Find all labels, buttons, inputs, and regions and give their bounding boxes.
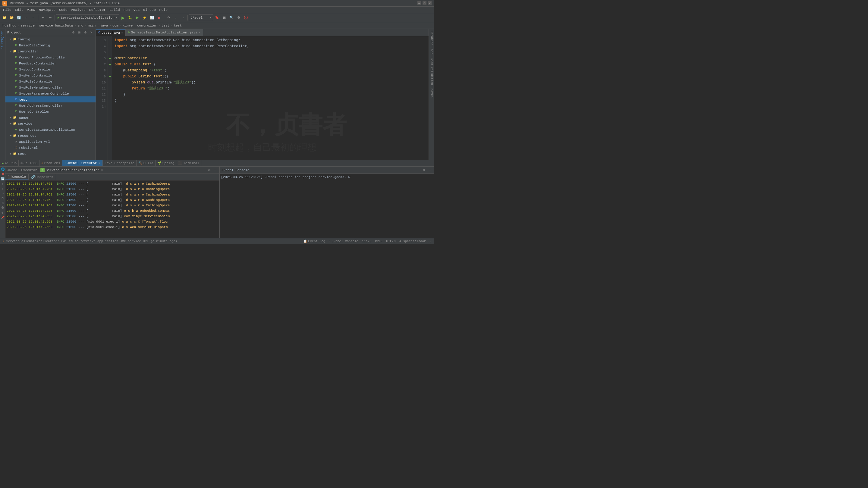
menu-run[interactable]: Run [122, 7, 132, 13]
menu-build[interactable]: Build [107, 7, 122, 13]
step-over-btn[interactable]: ↷ [165, 14, 172, 21]
tree-rebelxml[interactable]: ⟨⟩ rebel.xml [5, 144, 96, 151]
layout-btn[interactable]: ⊞ [221, 14, 227, 21]
tree-systemparam[interactable]: C SystemParameterControlle [5, 90, 96, 96]
tree-config[interactable]: ▼ 📁 config [5, 36, 96, 42]
menu-analyze[interactable]: Analyze [69, 7, 87, 13]
bean-validation-tab[interactable]: Bean Validation [429, 56, 434, 87]
tree-test-folder[interactable]: ▶ 📁 test [5, 151, 96, 157]
redo-btn[interactable]: ↪ [47, 14, 53, 21]
tree-applicationyml[interactable]: ⚙ application.yml [5, 138, 96, 144]
jrebel-close-btn[interactable]: ✕ [99, 161, 100, 165]
close-button[interactable]: ✕ [428, 1, 432, 5]
hotswap-btn[interactable]: ⚡ [141, 14, 148, 21]
trash-icon[interactable]: 🗑 [1, 206, 5, 210]
pin-icon[interactable]: 📌 [1, 216, 5, 220]
todo-tab[interactable]: ☑ 6: TODO [19, 160, 39, 166]
title-bar-controls[interactable]: ─ □ ✕ [417, 1, 432, 5]
spring-tab[interactable]: 🌱 Spring [156, 160, 177, 166]
database-tab[interactable]: Database [429, 29, 434, 47]
run-tab[interactable]: ▶ 4: Run [0, 160, 19, 166]
tree-test[interactable]: C test [5, 96, 96, 102]
menu-edit[interactable]: Edit [13, 7, 25, 13]
run-coverage-btn[interactable]: ▶ [134, 14, 141, 21]
up-icon[interactable]: ↑ [1, 182, 5, 186]
jrebel-executor-tab[interactable]: ⚡ JRebel Executor ✕ [62, 160, 103, 166]
tree-controller[interactable]: ▼ 📁 controller [5, 48, 96, 54]
bc-service-basicdata[interactable]: service-basicData [39, 24, 73, 27]
tree-mapper[interactable]: ▶ 📁 mapper [5, 115, 96, 121]
status-indent[interactable]: 4 spaces:indor... [399, 239, 432, 243]
menu-navigate[interactable]: Navigate [37, 7, 57, 13]
sync-btn[interactable]: 🔄 [16, 14, 22, 21]
tree-syslog[interactable]: C SysLogController [5, 66, 96, 72]
maven-tab[interactable]: Maven [429, 87, 434, 99]
new-project-btn[interactable]: 📁 [1, 14, 8, 21]
restart-icon[interactable]: 🔄 [1, 177, 5, 181]
terminal-tab[interactable]: ⬛ Terminal [176, 160, 201, 166]
bc-controller[interactable]: controller [137, 24, 157, 27]
tree-users[interactable]: C UsersController [5, 108, 96, 115]
filter-icon[interactable]: ⊟ [1, 196, 5, 200]
tab-serviceapp-close[interactable]: ✕ [198, 31, 200, 34]
forward-btn[interactable]: → [30, 14, 37, 21]
step-into-btn[interactable]: ↓ [173, 14, 179, 21]
bookmark-btn[interactable]: 🔖 [214, 14, 220, 21]
status-eventlog[interactable]: 📋 Event Log [303, 239, 325, 243]
print-icon[interactable]: 🖨 [1, 201, 5, 205]
status-charset[interactable]: UTF-8 [386, 239, 396, 243]
tree-service[interactable]: ▶ 📁 service [5, 121, 96, 127]
tree-useraddress[interactable]: C UserAddressController [5, 102, 96, 108]
bc-service[interactable]: service [21, 24, 35, 27]
bc-main[interactable]: main [88, 24, 96, 27]
wrap-icon[interactable]: ↵ [1, 191, 5, 195]
run-button[interactable]: ▶ [120, 14, 126, 21]
tree-commonproblem[interactable]: C CommonProblemControlle [5, 54, 96, 60]
menu-help[interactable]: Help [158, 7, 170, 13]
run-green-icon[interactable]: ⏹ [1, 172, 5, 176]
no-index-btn[interactable]: 🚫 [243, 14, 249, 21]
console-inner-tab[interactable]: ⬛ Console [5, 174, 29, 180]
debug-button[interactable]: 🐛 [127, 14, 133, 21]
menu-vcs[interactable]: VCS [131, 7, 141, 13]
jrebel-app-close[interactable]: ✕ [101, 168, 103, 172]
settings2-icon[interactable]: ⚙ [1, 210, 5, 215]
problems-tab[interactable]: ⚠ Problems [39, 160, 62, 166]
step-out-btn[interactable]: ↑ [180, 14, 186, 21]
tree-serviceapp[interactable]: A ServiceBasicDataApplication [5, 127, 96, 133]
bc-java[interactable]: java [100, 24, 108, 27]
web-icon[interactable]: 🌐 [1, 167, 5, 171]
project-layout-btn[interactable]: ⊞ [77, 30, 82, 35]
prof-btn[interactable]: 📊 [149, 14, 155, 21]
jrebel-console-settings-btn[interactable]: ⚙ [421, 168, 426, 173]
down-icon[interactable]: ↓ [1, 187, 5, 191]
minimize-button[interactable]: ─ [417, 1, 421, 5]
menu-window[interactable]: Window [141, 7, 157, 13]
menu-code[interactable]: Code [57, 7, 69, 13]
project-gear-btn[interactable]: ⚙ [83, 30, 88, 35]
bc-huishou[interactable]: huiShou [2, 24, 16, 27]
maximize-button[interactable]: □ [423, 1, 427, 5]
endpoints-inner-tab[interactable]: 🔗 Endpoints [29, 174, 56, 180]
menu-view[interactable]: View [25, 7, 37, 13]
tab-serviceapp-java[interactable]: A ServiceBasicDataApplication.java ✕ [126, 29, 203, 36]
java-enterprise-tab[interactable]: Java Enterprise [103, 160, 136, 166]
back-btn[interactable]: ← [23, 14, 30, 21]
project-tab[interactable]: 1: Project [0, 29, 5, 51]
bc-com[interactable]: com [113, 24, 119, 27]
status-crlf[interactable]: CRLF [375, 239, 382, 243]
build-tab[interactable]: 🔨 Build [136, 160, 156, 166]
project-settings-btn[interactable]: ⚙ [71, 30, 76, 35]
bc-xinye[interactable]: xinye [123, 24, 133, 27]
menu-refactor[interactable]: Refactor [87, 7, 107, 13]
run-config-dropdown[interactable]: ▶ ServiceBasicDataApplication ▾ [56, 14, 119, 21]
tree-basicdataconfig[interactable]: C BasicDataConfig [5, 42, 96, 48]
status-jrebel-console[interactable]: ⚡ JRebel Console [329, 239, 358, 243]
bc-test-class[interactable]: test [174, 24, 182, 27]
search-everywhere-btn[interactable]: 🔍 [228, 14, 235, 21]
undo-btn[interactable]: ↩ [39, 14, 46, 21]
tree-sysrole[interactable]: C SysRoleController [5, 78, 96, 84]
tree-sysmenu[interactable]: C SysMenuController [5, 72, 96, 78]
tree-resources[interactable]: ▼ 📁 resources [5, 133, 96, 138]
tree-sysrolemenu[interactable]: C SysRoleMenuController [5, 84, 96, 90]
